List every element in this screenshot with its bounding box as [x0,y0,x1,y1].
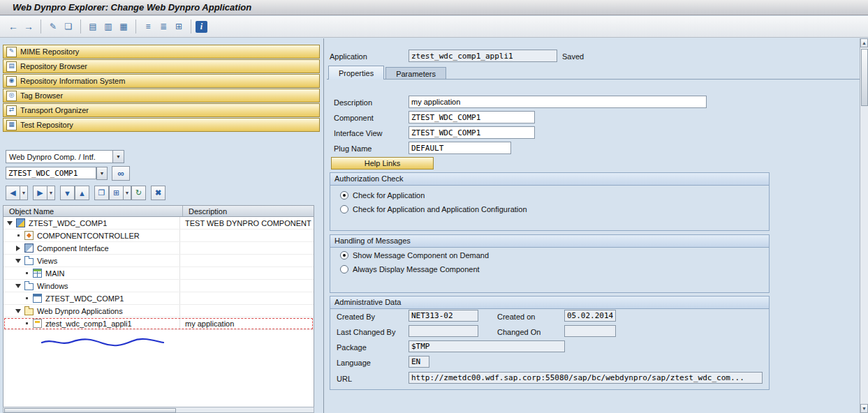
tree-item-desc [179,292,314,304]
radio-show-on-demand[interactable]: Show Message Component on Demand [340,251,489,260]
list-icon[interactable]: ≣ [156,19,171,34]
application-input[interactable] [409,50,557,62]
last-changed-by-input[interactable] [409,325,478,337]
radio-check-for-application[interactable]: Check for Application [340,191,425,200]
close-icon[interactable]: ✖ [151,186,165,200]
repository-browser-button[interactable]: ▤ Repository Browser [3,59,320,73]
tree-column-description[interactable]: Description [182,206,314,216]
radio-check-for-application-config[interactable]: Check for Application and Application Co… [340,205,527,213]
right-vertical-scrollbar[interactable]: ▲ ▼ [860,38,868,413]
nav-button-label: Repository Information System [20,77,125,85]
radio-label: Always Display Message Component [353,265,480,273]
info-icon[interactable]: i [196,21,207,33]
created-by-input[interactable] [409,310,478,322]
help-links-button[interactable]: Help Links [331,157,434,170]
scroll-up-icon[interactable]: ▲ [75,186,89,200]
back-icon[interactable]: ← [6,19,21,34]
tree-row-web-dynpro-applications[interactable]: Web Dynpro Applications [3,305,314,317]
tag-browser-button[interactable]: ◎ Tag Browser [3,89,320,103]
tree-item-label: MAIN [45,269,65,278]
tree-row-window[interactable]: ZTEST_WDC_COMP1 [3,292,314,305]
leaf-bullet-icon [22,297,31,299]
nav-button-label: MIME Repository [20,47,79,56]
toolbar-separator [41,20,41,33]
chevron-down-icon[interactable]: ▼ [112,151,124,163]
mime-repository-button[interactable]: ✎ MIME Repository [3,45,320,59]
description-input[interactable] [409,96,707,108]
expander-open-icon[interactable] [14,259,22,263]
leaf-bullet-icon [14,234,22,236]
interface-view-input[interactable] [409,126,535,139]
tree-row-views[interactable]: Views [3,255,314,267]
tab-properties[interactable]: Properties [328,66,384,80]
expander-open-icon[interactable] [6,221,14,225]
tree-item-label: ZTEST_WDC_COMP1 [45,294,124,303]
table-view-icon[interactable]: ⊞ [171,19,186,34]
radio-selected-icon[interactable] [340,191,348,200]
radio-always-display[interactable]: Always Display Message Component [340,265,480,273]
tree-row-windows[interactable]: Windows [3,280,314,292]
tree-item-label: ZTEST_WDC_COMP1 [29,219,107,227]
nav-button-label: Transport Organizer [20,106,89,114]
tree-row-component-interface[interactable]: Component Interface [3,242,314,255]
application-label: Application [330,52,367,61]
tree-column-object-name[interactable]: Object Name [3,207,182,216]
transport-organizer-button[interactable]: ⇄ Transport Organizer [3,103,320,117]
goto-icon[interactable]: ▦ [116,19,131,34]
test-repository-button[interactable]: ▦ Test Repository [3,118,320,132]
expander-closed-icon[interactable] [14,246,22,251]
tree-row-component[interactable]: ZTEST_WDC_COMP1 TEST WEB DYNPRO COMPONEN… [3,217,314,230]
tree-row-application-selected[interactable]: ztest_wdc_comp1_appli1 my application [3,317,314,330]
tree-item-label: ztest_wdc_comp1_appli1 [45,320,132,328]
history-forward-icon[interactable]: ▶ [33,186,47,200]
history-forward-dropdown-icon[interactable]: ▼ [47,186,55,200]
hierarchy-icon[interactable]: ≡ [140,19,156,34]
repository-infosystem-button[interactable]: ◉ Repository Information System [3,74,320,88]
tree-item-desc [179,280,314,292]
component-label: Component [334,114,374,122]
scroll-down-icon[interactable]: ▼ [60,186,75,200]
scrollbar-thumb[interactable] [4,408,176,413]
radio-unselected-icon[interactable] [340,265,348,273]
changed-on-input[interactable] [564,325,616,337]
display-object-button[interactable]: ∞ [112,166,130,181]
history-back-dropdown-icon[interactable]: ▼ [20,186,28,200]
scrollbar-thumb[interactable] [861,49,868,106]
applications-folder-icon [24,308,34,315]
display-change-icon[interactable]: ✎ [45,19,61,34]
url-input[interactable] [409,372,763,384]
tree-item-label: COMPONENTCONTROLLER [37,232,140,240]
other-object-icon[interactable]: ▤ [85,19,101,34]
tree-row-componentcontroller[interactable]: COMPONENTCONTROLLER [3,230,314,242]
package-input[interactable] [409,340,565,352]
layout-icon[interactable]: ⊞ [109,186,124,200]
scroll-up-arrow-icon[interactable]: ▲ [860,38,868,47]
object-name-dropdown-icon[interactable]: ▼ [96,167,108,180]
plug-name-input[interactable] [409,142,511,154]
tree-item-desc [179,305,314,317]
language-input[interactable] [409,356,429,368]
object-category-select[interactable]: Web Dynpro Comp. / Intf. ▼ [6,150,124,163]
forward-icon[interactable]: → [21,19,36,34]
tab-parameters[interactable]: Parameters [385,67,446,80]
layout-dropdown-icon[interactable]: ▼ [123,186,131,200]
radio-selected-icon[interactable] [340,251,348,260]
refresh-icon[interactable]: ↻ [131,186,146,200]
repository-infosystem-icon: ◉ [6,76,17,87]
expander-open-icon[interactable] [14,284,22,288]
panel-splitter[interactable] [323,38,324,413]
annotation-squiggle [40,337,165,347]
scroll-down-arrow-icon[interactable]: ▼ [860,404,868,413]
component-input[interactable] [409,111,535,123]
object-name-input[interactable] [6,167,96,179]
copy-icon[interactable]: ❏ [61,19,76,34]
radio-unselected-icon[interactable] [340,205,348,213]
tree-horizontal-scrollbar[interactable] [3,407,314,413]
plug-name-label: Plug Name [334,144,372,153]
where-used-icon[interactable]: ▥ [101,19,116,34]
tree-row-main-view[interactable]: MAIN [3,267,314,280]
history-back-icon[interactable]: ◀ [6,186,20,200]
expander-open-icon[interactable] [14,309,22,313]
created-on-input[interactable] [564,310,616,322]
new-window-icon[interactable]: ❐ [94,186,109,200]
